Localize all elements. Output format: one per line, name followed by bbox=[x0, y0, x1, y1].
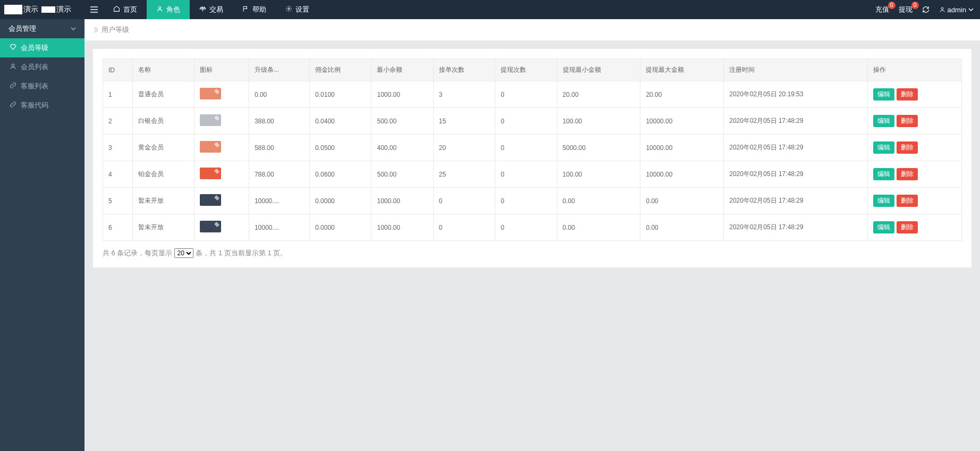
edit-button[interactable]: 编辑 bbox=[873, 221, 894, 233]
cell-minbal: 400.00 bbox=[371, 135, 433, 161]
delete-button[interactable]: 删除 bbox=[897, 168, 918, 180]
cell-upgrade: 588.00 bbox=[249, 135, 309, 161]
brand-text2: 演示 bbox=[56, 5, 71, 14]
th-3: 升级条... bbox=[249, 59, 309, 81]
nav-item-2[interactable]: 交易 bbox=[190, 0, 233, 19]
edit-button[interactable]: 编辑 bbox=[873, 141, 894, 154]
sidebar-group-members[interactable]: 会员管理 bbox=[0, 19, 85, 38]
nav-label: 设置 bbox=[295, 5, 309, 14]
hamburger-icon[interactable] bbox=[85, 0, 104, 19]
table-row: 5暂未开放10000....0.00001000.00000.000.00202… bbox=[103, 188, 962, 214]
user-menu[interactable]: admin bbox=[939, 6, 974, 14]
cell-minbal: 500.00 bbox=[371, 108, 433, 135]
cell-commission: 0.0000 bbox=[310, 214, 371, 241]
table-row: 4铂金会员788.000.0600500.00250100.0010000.00… bbox=[103, 161, 962, 188]
cell-wmin: 0.00 bbox=[557, 188, 640, 214]
level-card-icon bbox=[200, 114, 221, 126]
nav-item-0[interactable]: 首页 bbox=[104, 0, 147, 19]
sidebar-item-label: 会员等级 bbox=[21, 43, 48, 53]
sidebar-item-3[interactable]: 客服代码 bbox=[0, 96, 85, 115]
cell-name: 黄金会员 bbox=[132, 135, 194, 161]
th-8: 提现最小金额 bbox=[557, 59, 640, 81]
table-row: 6暂未开放10000....0.00001000.00000.000.00202… bbox=[103, 214, 962, 241]
top-nav: 首页角色交易帮助设置 bbox=[104, 0, 319, 19]
cell-commission: 0.0400 bbox=[310, 108, 371, 135]
cell-name: 暂未开放 bbox=[132, 214, 194, 241]
pager-prefix: 共 6 条记录，每页显示 bbox=[103, 248, 172, 258]
recharge-link[interactable]: 充值 0 bbox=[875, 5, 889, 14]
cell-wmax: 0.00 bbox=[640, 214, 724, 241]
cell-actions: 编辑删除 bbox=[867, 108, 961, 135]
table-row: 3黄金会员588.000.0500400.002005000.0010000.0… bbox=[103, 135, 962, 161]
cell-wmin: 5000.00 bbox=[557, 135, 640, 161]
th-6: 接单次数 bbox=[433, 59, 495, 81]
cell-wmax: 20.00 bbox=[640, 81, 724, 108]
th-5: 最小余额 bbox=[371, 59, 433, 81]
refresh-icon[interactable] bbox=[922, 6, 930, 13]
delete-button[interactable]: 删除 bbox=[897, 141, 918, 154]
breadcrumb: 用户等级 bbox=[85, 19, 980, 40]
pager-suffix: 条，共 1 页当前显示第 1 页。 bbox=[196, 248, 287, 258]
edit-button[interactable]: 编辑 bbox=[873, 115, 894, 127]
cell-commission: 0.0600 bbox=[310, 161, 371, 188]
cell-name: 普通会员 bbox=[132, 81, 194, 108]
nav-label: 交易 bbox=[209, 5, 223, 14]
flag-icon bbox=[242, 5, 249, 14]
sidebar: 会员管理 会员等级会员列表客服列表客服代码 bbox=[0, 19, 85, 451]
level-card-icon bbox=[200, 168, 221, 179]
cell-minbal: 1000.00 bbox=[371, 214, 433, 241]
cell-upgrade: 388.00 bbox=[249, 108, 309, 135]
sidebar-item-0[interactable]: 会员等级 bbox=[0, 38, 85, 57]
cell-reg: 2020年02月05日 20:19:53 bbox=[724, 81, 868, 108]
sidebar-item-2[interactable]: 客服列表 bbox=[0, 77, 85, 96]
table-row: 2白银会员388.000.0400500.00150100.0010000.00… bbox=[103, 108, 962, 135]
cell-orders: 3 bbox=[433, 81, 495, 108]
withdraw-link[interactable]: 提现 0 bbox=[899, 5, 913, 14]
cell-upgrade: 10000.... bbox=[249, 188, 309, 214]
cell-id: 1 bbox=[103, 81, 133, 108]
cell-wmax: 10000.00 bbox=[640, 135, 724, 161]
cell-reg: 2020年02月05日 17:48:29 bbox=[724, 135, 868, 161]
topbar-right: 充值 0 提现 0 admin bbox=[875, 5, 980, 14]
cell-minbal: 500.00 bbox=[371, 161, 433, 188]
level-card-icon bbox=[200, 88, 221, 99]
cell-icon bbox=[195, 108, 249, 135]
edit-button[interactable]: 编辑 bbox=[873, 168, 894, 180]
cell-upgrade: 788.00 bbox=[249, 161, 309, 188]
cell-orders: 25 bbox=[433, 161, 495, 188]
nav-item-3[interactable]: 帮助 bbox=[233, 0, 276, 19]
cell-id: 2 bbox=[103, 108, 133, 135]
nav-item-4[interactable]: 设置 bbox=[276, 0, 319, 19]
delete-button[interactable]: 删除 bbox=[897, 195, 918, 207]
user-icon bbox=[156, 5, 163, 14]
logo-box2 bbox=[41, 6, 55, 13]
edit-button[interactable]: 编辑 bbox=[873, 88, 894, 101]
cell-commission: 0.0100 bbox=[310, 81, 371, 108]
delete-button[interactable]: 删除 bbox=[897, 88, 918, 101]
delete-button[interactable]: 删除 bbox=[897, 221, 918, 233]
cell-upgrade: 0.00 bbox=[249, 81, 309, 108]
cell-icon bbox=[195, 135, 249, 161]
withdraw-label: 提现 bbox=[899, 5, 913, 14]
cell-commission: 0.0500 bbox=[310, 135, 371, 161]
cell-id: 3 bbox=[103, 135, 133, 161]
page-size-select[interactable]: 20 bbox=[174, 248, 193, 258]
cell-wmax: 10000.00 bbox=[640, 161, 724, 188]
th-4: 佣金比例 bbox=[310, 59, 371, 81]
cell-name: 铂金会员 bbox=[132, 161, 194, 188]
cell-upgrade: 10000.... bbox=[249, 214, 309, 241]
sidebar-item-1[interactable]: 会员列表 bbox=[0, 57, 85, 77]
th-10: 注册时间 bbox=[724, 59, 868, 81]
chevron-down-icon bbox=[71, 26, 76, 31]
edit-button[interactable]: 编辑 bbox=[873, 195, 894, 207]
cell-actions: 编辑删除 bbox=[867, 214, 961, 241]
link-icon bbox=[10, 82, 16, 90]
svg-point-0 bbox=[158, 6, 160, 9]
cell-icon bbox=[195, 161, 249, 188]
delete-button[interactable]: 删除 bbox=[897, 115, 918, 127]
sidebar-item-label: 会员列表 bbox=[21, 62, 48, 72]
nav-item-1[interactable]: 角色 bbox=[147, 0, 190, 19]
home-icon bbox=[113, 5, 120, 14]
main: 用户等级 ID名称图标升级条...佣金比例最小余额接单次数提现次数提现最小金额提… bbox=[85, 19, 980, 451]
level-card-icon bbox=[200, 221, 221, 232]
